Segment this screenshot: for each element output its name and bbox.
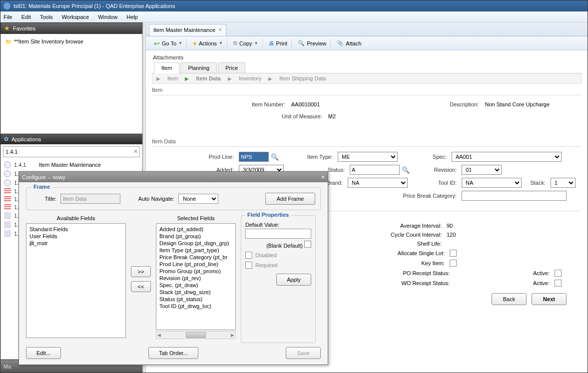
po-active-checkbox[interactable] [555, 270, 562, 277]
list-item[interactable]: User Fields [29, 233, 122, 240]
favorite-item[interactable]: 📁 **Item Site Inventory browse [4, 37, 139, 46]
window-titlebar: tst01: Materials Europe Principal (1) - … [0, 0, 588, 11]
doc-tabstrip: Item Master Maintenance × [146, 22, 588, 36]
avg-interval-value: 90 [447, 223, 477, 229]
list-item[interactable]: Revision (pt_rev) [159, 275, 232, 282]
menu-tools[interactable]: Tools [40, 14, 53, 20]
apply-button[interactable]: Apply [276, 274, 311, 286]
cci-label: Cycle Count Interval: [357, 232, 442, 238]
dialog-titlebar[interactable]: Configure -- nowy × [19, 172, 328, 182]
item-icon [4, 212, 11, 219]
list-item[interactable]: Standard Fields [29, 226, 122, 233]
revision-select[interactable]: 01 [462, 165, 502, 175]
add-frame-button[interactable]: Add Frame [265, 193, 315, 205]
close-icon[interactable]: × [321, 173, 325, 181]
menu-window[interactable]: Window [98, 14, 117, 20]
description-label: Description: [450, 101, 482, 107]
close-icon[interactable]: × [218, 26, 222, 33]
arrow-icon: ↩ [154, 39, 160, 47]
crumb-item[interactable]: Item [167, 75, 178, 81]
next-button[interactable]: Next [532, 293, 567, 305]
list-item[interactable]: Added (pt_added) [159, 226, 232, 233]
default-value-input[interactable] [245, 229, 311, 239]
available-fields-list[interactable]: Standard Fields User Fields pt_mstr [26, 223, 126, 338]
wo-active-checkbox[interactable] [555, 280, 562, 287]
list-item[interactable]: Spec. (pt_draw) [159, 282, 232, 289]
revision-label: Revision: [412, 167, 460, 173]
preview-button[interactable]: 🔍Preview [294, 38, 331, 48]
goto-button[interactable]: ↩Go To▼ [150, 38, 187, 49]
item-icon [4, 230, 11, 237]
applications-header[interactable]: ✿ Applications [0, 134, 142, 144]
inner-tabs: Item Planning Price [152, 62, 582, 73]
tab-order-button[interactable]: Tab Order... [148, 347, 198, 359]
scrollbar[interactable]: ◀▶ [156, 331, 236, 339]
crumb-inventory[interactable]: Inventory [239, 75, 261, 81]
autonav-select[interactable]: None [178, 194, 218, 204]
tab-item[interactable]: Item [154, 62, 179, 73]
alloc-checkbox[interactable] [450, 250, 457, 257]
stack-label: Stack: [524, 180, 549, 186]
stack-select[interactable]: 1 [551, 178, 576, 188]
paperclip-icon: 📎 [337, 40, 344, 46]
doc-tab[interactable]: Item Master Maintenance × [149, 24, 226, 36]
disabled-checkbox[interactable] [245, 252, 252, 259]
list-item[interactable]: Brand (pt_group) [159, 233, 232, 240]
blank-default-checkbox[interactable] [304, 241, 311, 248]
copy-icon: ⧉ [233, 40, 237, 46]
clear-icon[interactable]: ✕ [133, 148, 138, 155]
app-search-input[interactable] [3, 146, 140, 157]
edit-button[interactable]: Edit... [26, 347, 61, 359]
list-item[interactable]: Prod Line (pt_prod_line) [159, 261, 232, 268]
list-item[interactable]: Price Break Category (pt_br [159, 254, 232, 261]
tab-planning[interactable]: Planning [180, 62, 217, 73]
pbc-input[interactable] [462, 191, 567, 201]
list-item[interactable]: Tool ID (pt_drwg_loc) [159, 303, 232, 310]
required-checkbox[interactable] [245, 262, 252, 269]
move-left-button[interactable]: << [131, 281, 151, 292]
tool-select[interactable]: NA [462, 178, 522, 188]
prod-line-label: Prod Line: [152, 154, 237, 160]
status-input[interactable] [350, 165, 400, 175]
save-button[interactable]: Save [286, 347, 321, 359]
scroll-thumb[interactable] [186, 332, 206, 338]
spec-select[interactable]: AA001 [452, 152, 562, 162]
menu-workspace[interactable]: Workspace [61, 14, 89, 20]
brand-select[interactable]: NA [348, 178, 408, 188]
crumb-item-data[interactable]: Item Data [196, 75, 221, 81]
move-right-button[interactable]: >> [131, 266, 151, 277]
lookup-icon[interactable]: 🔍 [402, 166, 410, 174]
crumb-shipping[interactable]: Item Shipping Data [279, 75, 326, 81]
back-button[interactable]: Back [492, 293, 527, 305]
app-row[interactable]: 1.4.1Item Master Maintenance [4, 160, 139, 169]
menu-edit[interactable]: Edit [21, 14, 31, 20]
selected-fields-list[interactable]: Added (pt_added)Brand (pt_group)Design G… [156, 223, 236, 330]
shelf-life-label: Shelf Life: [357, 241, 442, 247]
list-item[interactable]: Item Type (pt_part_type) [159, 247, 232, 254]
tree-item[interactable]: pt_mstr [29, 240, 122, 247]
scroll-left-icon[interactable]: ◀ [157, 333, 161, 338]
key-item-checkbox[interactable] [450, 260, 457, 267]
favorites-header[interactable]: ★ Favorites [0, 22, 142, 34]
actions-button[interactable]: ●Actions▼ [189, 38, 227, 48]
window-title: tst01: Materials Europe Principal (1) - … [13, 3, 175, 9]
frame-group: Frame Title: Auto Navigate: None Add Fra… [26, 187, 321, 210]
copy-button[interactable]: ⧉Copy▼ [229, 38, 263, 48]
attach-button[interactable]: 📎Attach [333, 38, 365, 48]
prod-line-input[interactable] [239, 152, 269, 162]
lookup-icon[interactable]: 🔍 [271, 153, 279, 161]
menu-file[interactable]: File [3, 14, 12, 20]
item-icon [4, 221, 11, 228]
favorites-body: 📁 **Item Site Inventory browse [0, 34, 142, 134]
attachments-label[interactable]: Attachments [152, 53, 582, 62]
print-button[interactable]: 🖶Print [265, 39, 292, 48]
list-item[interactable]: Status (pt_status) [159, 296, 232, 303]
menu-help[interactable]: Help [126, 14, 138, 20]
list-item[interactable]: Design Group (pt_dsgn_grp) [159, 240, 232, 247]
list-item[interactable]: Stack (pt_drwg_size) [159, 289, 232, 296]
star-icon: ★ [4, 24, 10, 32]
tab-price[interactable]: Price [218, 62, 245, 73]
scroll-right-icon[interactable]: ▶ [231, 333, 234, 338]
list-item[interactable]: Promo Group (pt_promo) [159, 268, 232, 275]
item-type-select[interactable]: ME [338, 152, 398, 162]
